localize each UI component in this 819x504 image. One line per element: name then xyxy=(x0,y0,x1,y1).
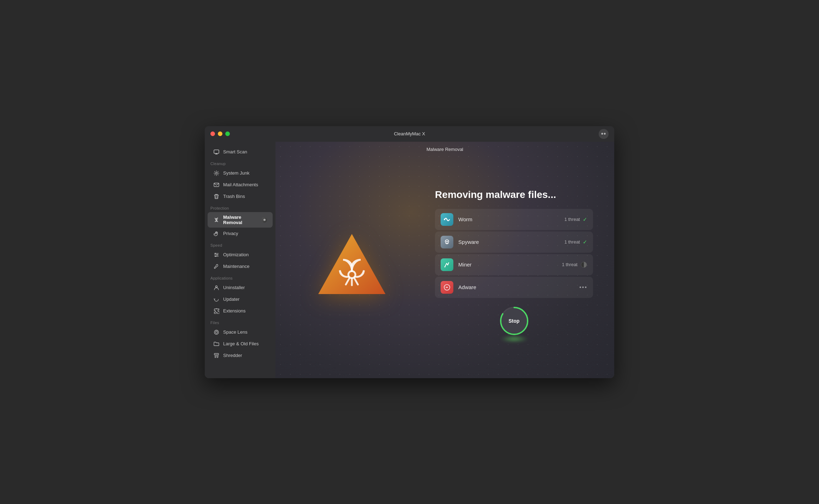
sidebar-item-extensions[interactable]: Extensions xyxy=(208,305,273,317)
sidebar-item-label: Shredder xyxy=(223,353,242,358)
threat-list: Worm 1 threat ✓ xyxy=(435,209,593,298)
svg-point-15 xyxy=(215,331,217,333)
sidebar-item-label: Extensions xyxy=(223,308,246,313)
folder-icon xyxy=(213,341,220,347)
titlebar-app-name: CleanMyMac X xyxy=(394,131,425,136)
svg-point-3 xyxy=(216,172,217,174)
threat-row-worm: Worm 1 threat ✓ xyxy=(435,209,593,230)
svg-point-29 xyxy=(445,266,446,267)
sidebar-item-label: Mail Attachments xyxy=(223,182,258,187)
envelope-icon xyxy=(213,182,220,188)
main-page-title: Malware Removal xyxy=(275,142,614,157)
titlebar: CleanMyMac X •• xyxy=(205,126,614,142)
threat-row-spyware: Spyware 1 threat ✓ xyxy=(435,232,593,253)
threat-count-worm: 1 threat xyxy=(564,217,580,222)
sidebar-item-label: Large & Old Files xyxy=(223,341,259,346)
svg-point-11 xyxy=(217,254,218,255)
sidebar-item-label: Uninstaller xyxy=(223,285,245,290)
threat-status-adware: ••• xyxy=(579,284,587,291)
person-icon xyxy=(213,285,220,291)
threat-name-adware: Adware xyxy=(458,284,574,290)
svg-point-26 xyxy=(445,240,449,243)
section-speed: Speed xyxy=(205,240,275,249)
stop-area: Stop xyxy=(435,306,593,346)
threat-status-miner: 1 threat xyxy=(562,261,587,268)
sidebar-item-space-lens[interactable]: Space Lens xyxy=(208,327,273,338)
svg-point-13 xyxy=(216,286,217,287)
miner-icon xyxy=(441,258,453,271)
sidebar-item-label: Optimization xyxy=(223,252,249,257)
main-body: Removing malware files... Worm xyxy=(275,157,614,378)
worm-icon xyxy=(441,213,453,226)
threat-status-worm: 1 threat ✓ xyxy=(564,216,587,223)
sidebar-item-optimization[interactable]: Optimization xyxy=(208,249,273,260)
sidebar-item-privacy[interactable]: Privacy xyxy=(208,228,273,239)
threat-name-worm: Worm xyxy=(458,216,559,222)
maximize-button[interactable] xyxy=(225,131,230,136)
svg-rect-0 xyxy=(214,150,219,153)
wrench-icon xyxy=(213,263,220,270)
sidebar-item-shredder[interactable]: Shredder xyxy=(208,350,273,361)
svg-point-14 xyxy=(214,330,219,334)
sidebar-item-label: Space Lens xyxy=(223,329,248,335)
sidebar-item-label: Malware Removal xyxy=(223,215,258,225)
svg-point-6 xyxy=(263,219,266,221)
sidebar-item-smart-scan[interactable]: Smart Scan xyxy=(208,146,273,158)
sidebar-item-trash-bins[interactable]: Trash Bins xyxy=(208,191,273,202)
more-button[interactable]: •• xyxy=(599,129,609,139)
svg-rect-16 xyxy=(214,353,219,355)
right-panel: Removing malware files... Worm xyxy=(428,182,614,353)
svg-point-28 xyxy=(447,241,448,241)
sidebar-item-mail-attachments[interactable]: Mail Attachments xyxy=(208,179,273,191)
circle-icon xyxy=(213,329,220,335)
close-button[interactable] xyxy=(210,131,215,136)
app-window: CleanMyMac X •• Smart Scan Cleanup xyxy=(205,126,614,378)
icon-area xyxy=(275,225,428,310)
svg-point-10 xyxy=(215,253,216,254)
sidebar-item-uninstaller[interactable]: Uninstaller xyxy=(208,282,273,293)
stop-glow xyxy=(500,335,528,342)
svg-line-18 xyxy=(216,356,216,358)
svg-point-12 xyxy=(215,256,216,257)
sidebar-item-updater[interactable]: Updater xyxy=(208,294,273,305)
monitor-icon xyxy=(213,149,220,155)
threat-status-spyware: 1 threat ✓ xyxy=(564,239,587,245)
sidebar-item-label: Maintenance xyxy=(223,264,249,269)
svg-point-27 xyxy=(446,241,447,241)
threat-row-adware: Adware ••• xyxy=(435,277,593,298)
sidebar-item-label: Privacy xyxy=(223,231,238,236)
biohazard-icon xyxy=(213,217,220,223)
stop-button-wrapper: Stop xyxy=(500,306,529,335)
sidebar-item-large-old-files[interactable]: Large & Old Files xyxy=(208,338,273,350)
hand-icon xyxy=(213,230,220,237)
threat-check-worm: ✓ xyxy=(583,216,587,223)
trash-icon xyxy=(213,193,220,200)
threat-name-spyware: Spyware xyxy=(458,239,559,245)
traffic-lights xyxy=(210,131,230,136)
svg-point-25 xyxy=(444,219,445,220)
sliders-icon xyxy=(213,252,220,258)
threat-pending-adware: ••• xyxy=(579,284,587,291)
minimize-button[interactable] xyxy=(218,131,222,136)
removing-title: Removing malware files... xyxy=(435,189,593,200)
threat-row-miner: Miner 1 threat xyxy=(435,254,593,275)
sidebar-item-malware-removal[interactable]: Malware Removal xyxy=(208,212,273,228)
sidebar-item-label: Updater xyxy=(223,297,239,302)
shred-icon xyxy=(213,352,220,359)
section-applications: Applications xyxy=(205,272,275,282)
sidebar-item-label: System Junk xyxy=(223,170,249,176)
stop-button[interactable]: Stop xyxy=(501,308,527,334)
threat-name-miner: Miner xyxy=(458,262,557,268)
section-files: Files xyxy=(205,317,275,326)
puzzle-icon xyxy=(213,308,220,314)
content-area: Smart Scan Cleanup System Junk xyxy=(205,142,614,378)
sidebar-item-system-junk[interactable]: System Junk xyxy=(208,168,273,179)
sidebar-item-label: Smart Scan xyxy=(223,149,247,154)
sidebar-item-label: Trash Bins xyxy=(223,194,245,199)
adware-icon xyxy=(441,281,453,294)
svg-line-20 xyxy=(218,356,218,358)
threat-count-spyware: 1 threat xyxy=(564,239,580,245)
sidebar-item-maintenance[interactable]: Maintenance xyxy=(208,261,273,272)
biohazard-animation xyxy=(309,225,394,310)
progress-ring-miner xyxy=(580,261,587,268)
